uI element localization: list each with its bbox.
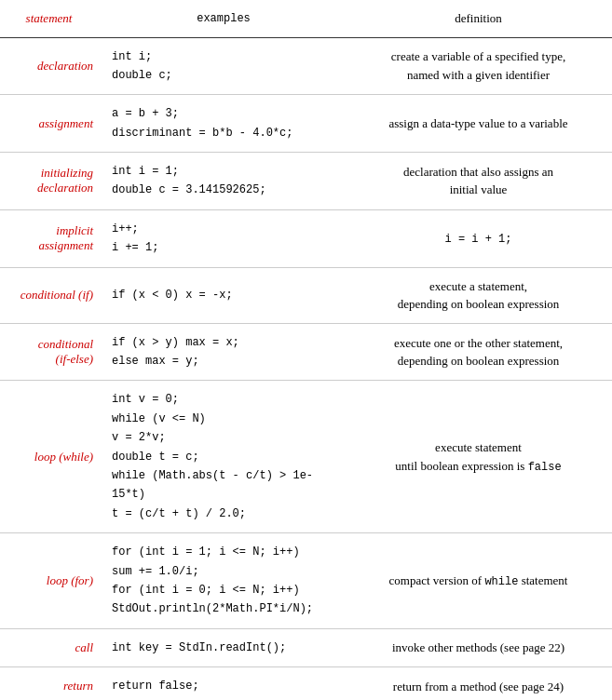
examples-conditional-if: if (x < 0) x = -x; xyxy=(102,267,345,323)
row-conditional-if-else: conditional(if-else)if (x > y) max = x;e… xyxy=(0,323,612,381)
statement-conditional-if-else: conditional(if-else) xyxy=(0,323,102,381)
header-statement: statement xyxy=(0,0,102,37)
row-declaration: declarationint i;double c;create a varia… xyxy=(0,37,612,95)
statement-return: return xyxy=(0,667,102,700)
examples-implicit-assignment: i++;i += 1; xyxy=(102,209,345,267)
row-call: callint key = StdIn.readInt();invoke oth… xyxy=(0,628,612,666)
definition-declaration: create a variable of a specified type,na… xyxy=(345,37,612,95)
examples-declaration: int i;double c; xyxy=(102,37,345,95)
main-table-container: statement examples definition declaratio… xyxy=(0,0,612,700)
row-implicit-assignment: implicitassignmenti++;i += 1;i = i + 1; xyxy=(0,209,612,267)
examples-initializing-declaration: int i = 1;double c = 3.141592625; xyxy=(102,153,345,210)
examples-conditional-if-else: if (x > y) max = x;else max = y; xyxy=(102,323,345,381)
examples-return: return false; xyxy=(102,667,345,700)
statement-conditional-if: conditional (if) xyxy=(0,267,102,323)
statement-loop-for: loop (for) xyxy=(0,533,102,629)
row-assignment: assignmenta = b + 3;discriminant = b*b -… xyxy=(0,95,612,153)
row-loop-while: loop (while)int v = 0;while (v <= N) v =… xyxy=(0,381,612,533)
definition-assignment: assign a data-type value to a variable xyxy=(345,95,612,153)
definition-loop-while: execute statementuntil boolean expressio… xyxy=(345,381,612,533)
definition-call: invoke other methods (see page 22) xyxy=(345,628,612,666)
examples-loop-while: int v = 0;while (v <= N) v = 2*v;double … xyxy=(102,381,345,533)
examples-assignment: a = b + 3;discriminant = b*b - 4.0*c; xyxy=(102,95,345,153)
definition-loop-for: compact version of while statement xyxy=(345,533,612,629)
examples-loop-for: for (int i = 1; i <= N; i++) sum += 1.0/… xyxy=(102,533,345,629)
definition-conditional-if-else: execute one or the other statement,depen… xyxy=(345,323,612,381)
definition-return: return from a method (see page 24) xyxy=(345,667,612,700)
statement-initializing-declaration: initializingdeclaration xyxy=(0,153,102,210)
examples-call: int key = StdIn.readInt(); xyxy=(102,628,345,666)
definition-implicit-assignment: i = i + 1; xyxy=(345,209,612,267)
row-loop-for: loop (for)for (int i = 1; i <= N; i++) s… xyxy=(0,533,612,629)
statement-call: call xyxy=(0,628,102,666)
row-initializing-declaration: initializingdeclarationint i = 1;double … xyxy=(0,153,612,210)
statement-implicit-assignment: implicitassignment xyxy=(0,209,102,267)
row-return: returnreturn false;return from a method … xyxy=(0,667,612,700)
statement-loop-while: loop (while) xyxy=(0,381,102,533)
definition-initializing-declaration: declaration that also assigns aninitial … xyxy=(345,153,612,210)
statement-declaration: declaration xyxy=(0,37,102,95)
definition-conditional-if: execute a statement,depending on boolean… xyxy=(345,267,612,323)
header-definition: definition xyxy=(345,0,612,37)
row-conditional-if: conditional (if)if (x < 0) x = -x;execut… xyxy=(0,267,612,323)
statement-assignment: assignment xyxy=(0,95,102,153)
header-examples: examples xyxy=(102,0,345,37)
